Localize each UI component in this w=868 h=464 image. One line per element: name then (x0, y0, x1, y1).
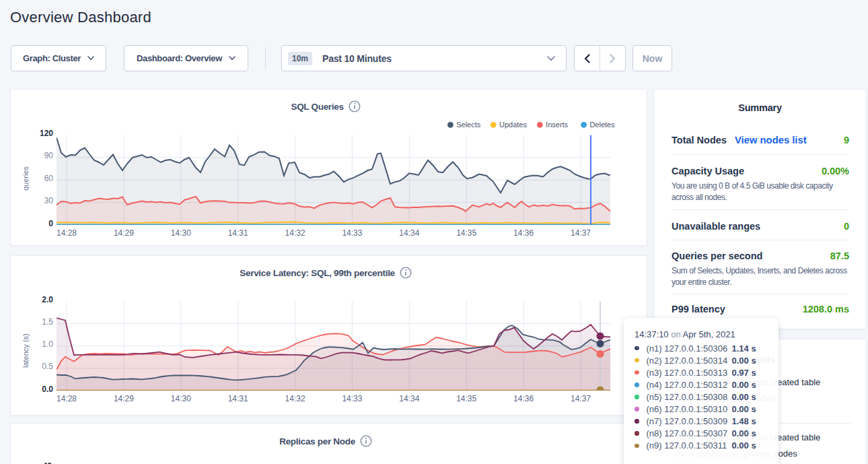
svg-text:14:34: 14:34 (399, 228, 419, 238)
svg-text:14:37: 14:37 (571, 394, 591, 403)
svg-text:60: 60 (44, 174, 54, 183)
svg-text:14:31: 14:31 (228, 228, 248, 238)
svg-text:0.5: 0.5 (42, 362, 53, 371)
svg-text:Deletes: Deletes (589, 121, 615, 129)
svg-text:14:35: 14:35 (456, 228, 476, 238)
svg-text:Selects: Selects (456, 121, 481, 129)
svg-text:14:32: 14:32 (285, 394, 305, 403)
svg-text:Inserts: Inserts (546, 121, 569, 129)
svg-text:120: 120 (40, 129, 53, 138)
svg-text:14:33: 14:33 (342, 394, 362, 403)
svg-text:14:29: 14:29 (114, 394, 134, 403)
svg-text:1.5: 1.5 (42, 317, 53, 327)
svg-text:14:28: 14:28 (57, 394, 77, 403)
svg-text:90: 90 (44, 151, 54, 160)
svg-text:14:36: 14:36 (513, 394, 534, 403)
svg-text:0.0: 0.0 (42, 385, 53, 394)
svg-text:14:30: 14:30 (171, 228, 191, 238)
svg-text:0: 0 (48, 219, 53, 228)
svg-text:Updates: Updates (499, 121, 527, 129)
svg-text:14:29: 14:29 (114, 228, 134, 238)
svg-text:14:35: 14:35 (456, 394, 476, 403)
svg-text:1.0: 1.0 (42, 339, 53, 349)
svg-text:14:28: 14:28 (57, 228, 77, 238)
svg-text:14:34: 14:34 (399, 394, 419, 403)
svg-text:14:30: 14:30 (171, 394, 191, 403)
svg-text:30: 30 (44, 196, 54, 205)
svg-text:14:37: 14:37 (571, 228, 591, 238)
svg-text:14:31: 14:31 (228, 394, 248, 403)
svg-text:2.0: 2.0 (42, 295, 53, 304)
svg-text:14:36: 14:36 (513, 228, 534, 238)
svg-text:14:32: 14:32 (285, 228, 305, 238)
svg-text:14:33: 14:33 (342, 228, 362, 238)
